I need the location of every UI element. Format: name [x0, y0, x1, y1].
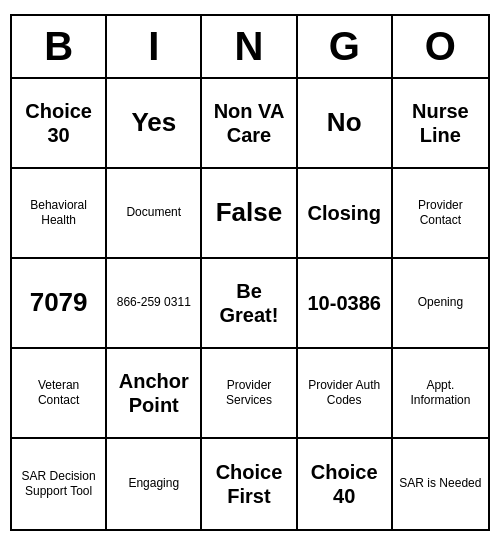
cell-text-23: Choice 40: [304, 460, 385, 508]
cell-text-2: Non VA Care: [208, 99, 289, 147]
cell-text-11: 866-259 0311: [117, 295, 191, 309]
cell-text-24: SAR is Needed: [399, 476, 481, 490]
cell-text-10: 7079: [30, 287, 88, 318]
cell-text-21: Engaging: [128, 476, 179, 490]
header-letter-o: O: [393, 16, 488, 77]
cell-text-3: No: [327, 107, 362, 138]
cell-text-4: Nurse Line: [399, 99, 482, 147]
cell-text-13: 10-0386: [307, 291, 380, 315]
bingo-cell-6: Document: [107, 169, 202, 259]
header-letter-n: N: [202, 16, 297, 77]
bingo-cell-20: SAR Decision Support Tool: [12, 439, 107, 529]
cell-text-19: Appt. Information: [399, 378, 482, 407]
cell-text-8: Closing: [308, 201, 381, 225]
bingo-cell-3: No: [298, 79, 393, 169]
bingo-header: BINGO: [12, 16, 488, 79]
bingo-cell-7: False: [202, 169, 297, 259]
bingo-cell-4: Nurse Line: [393, 79, 488, 169]
bingo-cell-24: SAR is Needed: [393, 439, 488, 529]
bingo-cell-14: Opening: [393, 259, 488, 349]
bingo-cell-19: Appt. Information: [393, 349, 488, 439]
bingo-cell-16: Anchor Point: [107, 349, 202, 439]
cell-text-12: Be Great!: [208, 279, 289, 327]
cell-text-6: Document: [126, 205, 181, 219]
cell-text-14: Opening: [418, 295, 463, 309]
header-letter-g: G: [298, 16, 393, 77]
bingo-cell-5: Behavioral Health: [12, 169, 107, 259]
bingo-cell-21: Engaging: [107, 439, 202, 529]
bingo-cell-17: Provider Services: [202, 349, 297, 439]
bingo-cell-13: 10-0386: [298, 259, 393, 349]
bingo-cell-2: Non VA Care: [202, 79, 297, 169]
bingo-cell-1: Yes: [107, 79, 202, 169]
header-letter-i: I: [107, 16, 202, 77]
cell-text-17: Provider Services: [208, 378, 289, 407]
bingo-cell-11: 866-259 0311: [107, 259, 202, 349]
bingo-grid: Choice 30YesNon VA CareNoNurse LineBehav…: [12, 79, 488, 529]
bingo-cell-18: Provider Auth Codes: [298, 349, 393, 439]
bingo-cell-8: Closing: [298, 169, 393, 259]
cell-text-20: SAR Decision Support Tool: [18, 469, 99, 498]
header-letter-b: B: [12, 16, 107, 77]
bingo-cell-10: 7079: [12, 259, 107, 349]
bingo-cell-15: Veteran Contact: [12, 349, 107, 439]
cell-text-5: Behavioral Health: [18, 198, 99, 227]
cell-text-22: Choice First: [208, 460, 289, 508]
cell-text-1: Yes: [131, 107, 176, 138]
cell-text-0: Choice 30: [18, 99, 99, 147]
bingo-cell-9: Provider Contact: [393, 169, 488, 259]
bingo-cell-0: Choice 30: [12, 79, 107, 169]
cell-text-16: Anchor Point: [113, 369, 194, 417]
cell-text-7: False: [216, 197, 283, 228]
bingo-card: BINGO Choice 30YesNon VA CareNoNurse Lin…: [10, 14, 490, 531]
cell-text-15: Veteran Contact: [18, 378, 99, 407]
bingo-cell-22: Choice First: [202, 439, 297, 529]
cell-text-18: Provider Auth Codes: [304, 378, 385, 407]
cell-text-9: Provider Contact: [399, 198, 482, 227]
bingo-cell-12: Be Great!: [202, 259, 297, 349]
bingo-cell-23: Choice 40: [298, 439, 393, 529]
